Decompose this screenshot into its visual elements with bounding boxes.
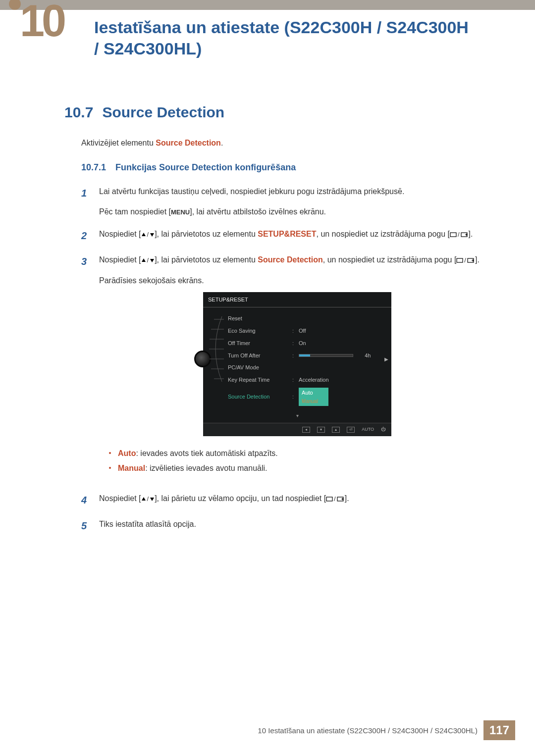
screen-enter-icon: / xyxy=(326,494,345,504)
up-down-arrows-icon: / xyxy=(141,229,155,240)
screen-enter-icon: / xyxy=(456,255,475,266)
svg-marker-16 xyxy=(150,498,154,501)
arc-guide-icon xyxy=(208,314,224,384)
osd-footer: ◂ ▾ ▴ ⏎ AUTO ⏻ xyxy=(203,423,391,436)
subsection-title: Funkcijas Source Detection konfigurēšana xyxy=(115,162,296,172)
bullet-auto: Auto: ievades avots tiek automātiski atp… xyxy=(109,446,495,461)
step-3: 3 Nospiediet [/], lai pārvietotos uz ele… xyxy=(81,253,495,483)
enter-icon: ⏎ xyxy=(347,427,355,433)
step1-line1: Lai atvērtu funkcijas taustiņu ceļvedi, … xyxy=(99,185,495,198)
option-bullets: Auto: ievades avots tiek automātiski atp… xyxy=(109,446,495,476)
chapter-number: 10 xyxy=(20,0,63,46)
footer-text: 10 Iestatīšana un atiestate (S22C300H / … xyxy=(258,726,478,735)
svg-rect-2 xyxy=(450,233,456,237)
osd-dropdown: Auto Manual xyxy=(299,388,328,406)
section-header: 10.7 Source Detection xyxy=(64,104,495,121)
step-number: 4 xyxy=(81,492,91,508)
nav-up-icon: ▴ xyxy=(332,427,340,433)
menu-glyph-icon: MENU xyxy=(171,207,190,218)
page-footer: 10 Iestatīšana un atiestate (S22C300H / … xyxy=(258,720,515,740)
step-number: 1 xyxy=(81,185,91,218)
page-title: Iestatīšana un atiestate (S22C300H / S24… xyxy=(94,17,471,59)
chevron-down-icon: ▾ xyxy=(203,410,391,423)
step-2: 2 Nospiediet [/], lai pārvietotos uz ele… xyxy=(81,227,495,244)
step-number: 5 xyxy=(81,517,91,534)
osd-auto-label: AUTO xyxy=(362,426,374,433)
nav-down-icon: ▾ xyxy=(317,427,325,433)
osd-row-eco: Eco Saving:Off xyxy=(228,325,382,337)
osd-row-pcav: PC/AV Mode xyxy=(228,361,382,374)
intro-suffix: . xyxy=(221,139,223,147)
step3-followup: Parādīsies sekojošais ekrāns. xyxy=(99,274,495,287)
step5-text: Tiks iestatīta atlasītā opcija. xyxy=(99,517,495,534)
slider-icon xyxy=(299,354,353,357)
step-1: 1 Lai atvērtu funkcijas taustiņu ceļvedi… xyxy=(81,185,495,218)
svg-marker-5 xyxy=(150,259,154,262)
svg-marker-4 xyxy=(142,258,146,262)
osd-title: SETUP&RESET xyxy=(203,292,391,308)
intro-prefix: Aktivizējiet elementu xyxy=(81,139,156,147)
screen-enter-icon: / xyxy=(450,229,469,240)
chapter-number-badge: 10 xyxy=(20,3,63,39)
osd-row-keyrepeat: Key Repeat Time:Acceleration xyxy=(228,374,382,386)
power-icon: ⏻ xyxy=(381,426,385,433)
step1-line2: Pēc tam nospiediet [MENU], lai atvērtu a… xyxy=(99,205,495,218)
svg-marker-0 xyxy=(142,233,146,236)
osd-row-turnoff: Turn Off After: 4h xyxy=(228,350,382,362)
step-5: 5 Tiks iestatīta atlasītā opcija. xyxy=(81,517,495,534)
subsection-number: 10.7.1 xyxy=(81,162,106,172)
step-number: 2 xyxy=(81,227,91,244)
svg-rect-6 xyxy=(457,258,463,262)
section-intro: Aktivizējiet elementu Source Detection. xyxy=(81,139,495,148)
step-4: 4 Nospiediet [/], lai pārietu uz vēlamo … xyxy=(81,492,495,508)
nav-left-icon: ◂ xyxy=(302,427,310,433)
up-down-arrows-icon: / xyxy=(141,494,155,504)
bullet-manual: Manual: izvēlieties ievades avotu manuāl… xyxy=(109,461,495,476)
section-number: 10.7 xyxy=(64,104,93,121)
svg-marker-15 xyxy=(142,497,146,501)
svg-rect-17 xyxy=(326,497,332,501)
top-gray-bar xyxy=(0,0,535,10)
osd-row-source: Source Detection: Auto Manual xyxy=(228,386,382,408)
page-number: 117 xyxy=(483,720,515,740)
svg-marker-1 xyxy=(150,233,154,237)
intro-highlight: Source Detection xyxy=(156,139,221,147)
subsection-header: 10.7.1 Funkcijas Source Detection konfig… xyxy=(81,162,495,173)
section-title: Source Detection xyxy=(102,104,224,121)
dial-icon xyxy=(194,351,211,367)
osd-row-reset: Reset xyxy=(228,312,382,325)
osd-row-offtimer: Off Timer:On xyxy=(228,337,382,350)
up-down-arrows-icon: / xyxy=(141,255,155,266)
step-number: 3 xyxy=(81,253,91,483)
chevron-right-icon: ▶ xyxy=(384,355,388,363)
osd-screenshot: SETUP&RESET xyxy=(203,292,391,436)
